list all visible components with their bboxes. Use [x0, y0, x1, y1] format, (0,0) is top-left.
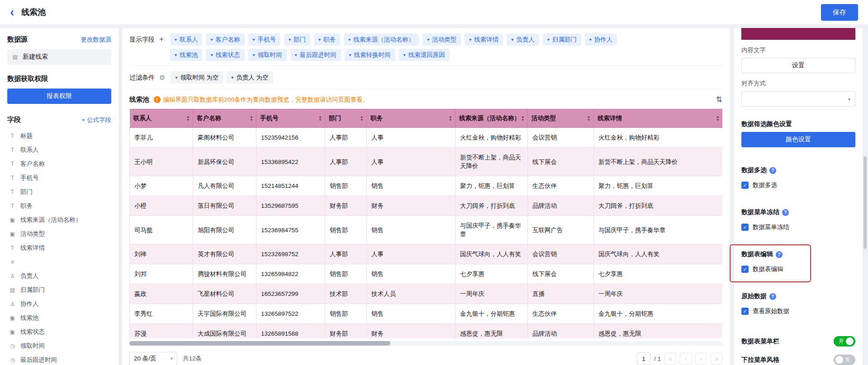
table-cell[interactable]: 销售部	[325, 304, 367, 324]
table-cell[interactable]: 小梦	[130, 176, 193, 196]
field-item[interactable]: T客户名称	[7, 157, 111, 171]
help-icon[interactable]: ?	[776, 251, 783, 258]
table-cell[interactable]: 豪阁材料公司	[193, 128, 256, 148]
field-chip[interactable]: ▾职务	[314, 33, 340, 46]
table-cell[interactable]: 与国庆甲子，携手奏华章	[455, 216, 528, 244]
field-item[interactable]: T标题	[7, 129, 111, 143]
back-button[interactable]: ‹	[10, 6, 14, 19]
next-page-button[interactable]: ›	[695, 353, 707, 365]
field-item[interactable]: ▣活动类型	[7, 227, 111, 241]
table-cell[interactable]: 财务	[367, 324, 455, 339]
table-cell[interactable]: 一周年庆	[594, 284, 723, 304]
table-cell[interactable]: 王小明	[130, 148, 193, 176]
field-chip[interactable]: ▾负责人	[507, 33, 539, 46]
field-chip[interactable]: ▾线索状态	[206, 49, 244, 61]
field-item[interactable]: T职务	[7, 199, 111, 213]
column-header[interactable]: 线索详情▴▾	[594, 109, 723, 128]
add-formula-field-link[interactable]: + 公式字段	[81, 116, 111, 124]
column-header[interactable]: 部门▴▾	[325, 109, 367, 128]
table-cell[interactable]: 销售	[367, 216, 455, 244]
table-cell[interactable]: 销售	[367, 176, 455, 196]
table-cell[interactable]: 销售	[367, 304, 455, 324]
column-sort-icon[interactable]: ▴▾	[319, 115, 321, 122]
field-chip[interactable]: ▾线索池	[170, 49, 203, 61]
table-cell[interactable]: 李菲儿	[130, 128, 193, 148]
table-cell[interactable]: 线下展会	[528, 264, 594, 284]
field-item[interactable]: ♙协作人	[7, 297, 111, 311]
menu-freeze-checkbox[interactable]: ✓	[741, 224, 749, 231]
align-select[interactable]: ▾	[741, 91, 855, 107]
column-sort-icon[interactable]: ▴▾	[449, 115, 451, 122]
table-cell[interactable]: 天宇国际有限公司	[193, 304, 256, 324]
table-cell[interactable]: 新货不断上架，商品天天降价	[455, 148, 528, 176]
table-cell[interactable]: 销售部	[325, 176, 367, 196]
table-cell[interactable]: 会议营销	[528, 244, 594, 264]
field-chip[interactable]: ▾最后跟进时间	[290, 49, 341, 61]
table-cell[interactable]: 人事	[367, 244, 455, 264]
table-cell[interactable]: 李秀红	[130, 304, 193, 324]
current-page-input[interactable]: 1	[637, 352, 650, 365]
first-page-button[interactable]: «	[664, 353, 676, 365]
field-item[interactable]: ▣线索来源（活动名称）	[7, 213, 111, 227]
field-chip[interactable]: ▾领取时间	[248, 49, 287, 61]
table-cell[interactable]: 金九银十，分期钜惠	[594, 304, 723, 324]
table-cell[interactable]: 财务部	[325, 324, 367, 339]
help-icon[interactable]: ?	[769, 167, 776, 174]
table-cell[interactable]: 新货不断上架，商品天天降价	[594, 148, 723, 176]
table-cell[interactable]: 落日有限公司	[193, 196, 256, 216]
column-sort-icon[interactable]: ▴▾	[588, 115, 590, 122]
field-chip[interactable]: ▾活动类型	[422, 33, 461, 46]
table-cell[interactable]: 技术部	[325, 284, 367, 304]
table-cell[interactable]: 英才有限公司	[193, 244, 256, 264]
table-cell[interactable]: 刘邦	[130, 264, 193, 284]
menu-bar-toggle[interactable]: 开	[834, 336, 855, 346]
column-sort-icon[interactable]: ▴▾	[522, 115, 524, 122]
add-display-field-button[interactable]: +	[159, 35, 164, 44]
content-settings-button[interactable]: 设置	[741, 58, 855, 73]
table-cell[interactable]: 直播	[528, 284, 594, 304]
field-chip[interactable]: ▾领取时间 为空	[171, 71, 223, 84]
table-cell[interactable]: 金九银十，分期钜惠	[455, 304, 528, 324]
table-cell[interactable]: 13265984822	[256, 264, 325, 284]
table-cell[interactable]: 13529687595	[256, 196, 325, 216]
field-item[interactable]: T联系人	[7, 143, 111, 157]
raw-data-checkbox[interactable]: ✓	[741, 308, 749, 315]
table-cell[interactable]: 人事	[367, 148, 455, 176]
table-cell[interactable]: 15236984755	[256, 216, 325, 244]
field-item[interactable]: ▣线索池	[7, 311, 111, 325]
field-item[interactable]: ◷领取时间	[7, 339, 111, 353]
table-cell[interactable]: 品牌活动	[528, 324, 594, 339]
field-chip[interactable]: ▾手机号	[248, 33, 281, 46]
table-cell[interactable]: 15214851244	[256, 176, 325, 196]
table-cell[interactable]: 互联网广告	[528, 216, 594, 244]
field-chip[interactable]: ▾线索详情	[465, 33, 503, 46]
table-cell[interactable]: 国庆气球向，人人有奖	[455, 244, 528, 264]
table-cell[interactable]: 销售部	[325, 264, 367, 284]
horizontal-scrollbar[interactable]	[129, 341, 390, 346]
table-cell[interactable]: 生态伙伴	[528, 176, 594, 196]
table-cell[interactable]: 技术人员	[367, 284, 455, 304]
table-cell[interactable]: 大刀阔斧，打折到底	[594, 196, 723, 216]
table-cell[interactable]: 新昌环保公司	[193, 148, 256, 176]
table-cell[interactable]: 15235942156	[256, 128, 325, 148]
multi-select-checkbox[interactable]: ✓	[741, 182, 749, 189]
change-datasource-link[interactable]: 更改数据源	[81, 36, 112, 44]
table-cell[interactable]: 刘禅	[130, 244, 193, 264]
column-header[interactable]: 手机号▴▾	[256, 109, 325, 128]
table-cell[interactable]: 司马懿	[130, 216, 193, 244]
table-cell[interactable]: 小橙	[130, 196, 193, 216]
table-cell[interactable]: 国庆气球向，人人有奖	[594, 244, 723, 264]
vertical-scrollbar[interactable]	[863, 156, 867, 249]
column-header[interactable]: 线索来源（活动名称）▴▾	[455, 109, 528, 128]
table-cell[interactable]: 15232698752	[256, 244, 325, 264]
table-cell[interactable]: 与国庆甲子，携手奏华章	[594, 216, 723, 244]
field-chip[interactable]: ▾负责人 为空	[227, 71, 273, 84]
field-item[interactable]: ♙负责人	[7, 269, 111, 283]
field-chip[interactable]: ▾线索退回原因	[399, 49, 450, 61]
dropdown-style-toggle[interactable]: 关	[834, 355, 855, 365]
table-cell[interactable]: 聚力，钜惠，巨划算	[455, 176, 528, 196]
table-cell[interactable]: 嬴政	[130, 284, 193, 304]
table-cell[interactable]: 腾骏材料有限公司	[193, 264, 256, 284]
table-cell[interactable]: 凡人有限公司	[193, 176, 256, 196]
table-cell[interactable]: 销售	[367, 264, 455, 284]
